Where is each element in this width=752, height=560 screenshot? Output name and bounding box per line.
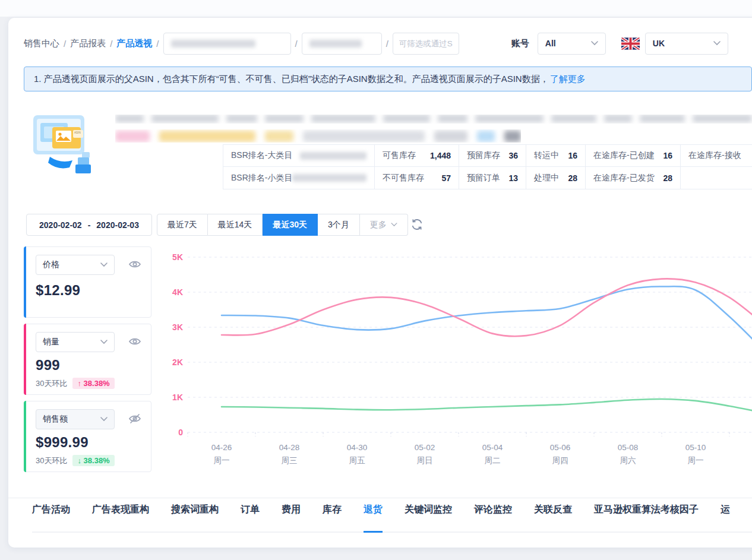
series-line-2	[222, 279, 752, 336]
breadcrumb-item-product-reports[interactable]: 产品报表	[70, 38, 106, 49]
inventory-value: 28	[568, 173, 577, 183]
y-axis-label: 0	[178, 428, 183, 437]
inventory-row: BSR排名-大类目 可售库存 1,448预留库存 36转运中 16在途库存-已创…	[223, 145, 752, 167]
product-rating-redacted	[115, 129, 521, 143]
toggle-series-visibility-button[interactable]	[127, 336, 143, 349]
redacted-text	[309, 40, 362, 48]
inventory-label: 处理中	[534, 173, 559, 183]
redacted-text	[265, 115, 304, 122]
redacted-text	[551, 115, 596, 122]
asin-select[interactable]	[163, 33, 291, 55]
x-axis-weekday: 周六	[620, 456, 636, 465]
inventory-label: 在途库存-已发货	[593, 173, 655, 183]
redacted-text	[640, 115, 685, 122]
toggle-series-visibility-button[interactable]	[127, 258, 143, 271]
metric-select[interactable]: 销售额	[36, 409, 115, 429]
redacted-text	[693, 115, 752, 122]
tab-6[interactable]: 库存	[323, 504, 342, 533]
redacted-text	[438, 115, 467, 122]
metric-value: $999.99	[36, 434, 143, 451]
redacted-text	[226, 115, 257, 122]
range-button-3[interactable]: 最近30天	[263, 214, 318, 236]
chevron-down-icon	[391, 223, 397, 227]
learn-more-link[interactable]: 了解更多	[550, 74, 586, 85]
x-axis-weekday: 周一	[688, 456, 704, 465]
x-axis-date: 05-04	[482, 443, 503, 452]
x-axis-weekday: 周五	[349, 456, 366, 465]
y-axis-label: 5K	[172, 252, 183, 262]
toggle-series-visibility-button[interactable]	[127, 413, 143, 426]
notice-banner: 1. 产品透视页面展示的父ASIN，包含其下所有“可售、不可售、已归档”状态的子…	[24, 67, 752, 91]
x-axis-date: 04-26	[211, 443, 232, 452]
tab-7[interactable]: 退货	[364, 504, 383, 533]
tab-5[interactable]: 费用	[282, 504, 301, 533]
x-axis-weekday: 周一	[214, 456, 230, 465]
tab-4[interactable]: 订单	[241, 504, 260, 533]
range-button-label: 更多	[370, 220, 387, 230]
metric-cards: 价格 $12.99 销量 999 30天环比 ↑ 38.38% 销售额 $999…	[24, 246, 151, 472]
account-select[interactable]: All	[538, 33, 606, 55]
tab-11[interactable]: 亚马逊权重算法考核因子	[594, 504, 699, 533]
product-illustration: ASIN	[26, 107, 101, 182]
x-axis-weekday: 周三	[282, 456, 298, 465]
chevron-down-icon	[713, 41, 721, 46]
tab-2[interactable]: 广告表现重构	[92, 504, 149, 533]
inventory-cell: 可售库存 1,448	[375, 145, 459, 166]
inventory-cell: 处理中 28	[526, 167, 586, 189]
bsr-cell: BSR排名-小类目	[223, 167, 375, 189]
x-axis-weekday: 周四	[552, 456, 568, 465]
main-card: 销售中心 / 产品报表 / 产品透视 / / / 账号 All	[8, 18, 752, 548]
tab-1[interactable]: 广告活动	[32, 504, 70, 533]
refresh-icon	[410, 218, 424, 231]
metric-compare: 30天环比 ↑ 38.38%	[36, 378, 143, 389]
breadcrumb-separator: /	[64, 39, 66, 49]
account-select-value: All	[545, 39, 556, 48]
range-button-4[interactable]: 3个月	[318, 214, 360, 236]
tab-9[interactable]: 评论监控	[474, 504, 512, 533]
eye-off-icon	[128, 413, 141, 424]
inventory-value: 1,448	[430, 151, 451, 160]
tab-10[interactable]: 关联反查	[534, 504, 572, 533]
refresh-button[interactable]	[410, 218, 424, 232]
x-axis-date: 04-30	[347, 443, 368, 452]
inventory-table: BSR排名-大类目 可售库存 1,448预留库存 36转运中 16在途库存-已创…	[223, 144, 752, 189]
compare-label: 30天环比	[36, 378, 67, 389]
breadcrumb-separator: /	[156, 39, 159, 49]
sku-filter-input[interactable]	[393, 33, 459, 55]
chevron-down-icon	[100, 262, 108, 267]
x-axis-weekday: 周日	[417, 456, 433, 465]
child-asin-select[interactable]	[302, 33, 382, 55]
metric-select[interactable]: 价格	[36, 255, 115, 275]
redacted-text	[292, 174, 366, 182]
redacted-chip	[477, 131, 495, 142]
range-button-label: 3个月	[328, 220, 349, 230]
tab-3[interactable]: 搜索词重构	[171, 504, 219, 533]
breadcrumb-item-sales-center[interactable]: 销售中心	[24, 38, 59, 49]
range-button-1[interactable]: 最近7天	[157, 214, 208, 236]
inventory-cell: 在途库存-已发货 28	[586, 167, 681, 189]
inventory-label: 在途库存-接收	[688, 150, 741, 161]
tab-8[interactable]: 关键词监控	[405, 504, 452, 533]
date-range-separator: -	[88, 220, 91, 230]
range-button-2[interactable]: 最近14天	[208, 214, 263, 236]
y-axis-label: 2K	[172, 357, 183, 367]
date-range-picker[interactable]: 2020-02-02 - 2020-02-03	[26, 214, 152, 236]
redacted-chip	[504, 131, 521, 142]
compare-badge: ↑ 38.38%	[72, 378, 114, 389]
metric-select[interactable]: 销量	[36, 332, 115, 352]
eye-icon	[128, 260, 141, 269]
metric-select-value: 价格	[43, 260, 59, 270]
inventory-label: 预留库存	[467, 150, 500, 161]
breadcrumb-separator: /	[110, 39, 112, 49]
chevron-down-icon	[591, 41, 598, 46]
y-axis-label: 1K	[172, 393, 183, 402]
redacted-text	[115, 115, 144, 122]
compare-label: 30天环比	[36, 455, 67, 466]
redacted-text	[604, 115, 632, 122]
range-button-5[interactable]: 更多	[360, 214, 408, 236]
trend-chart: 01K2K3K4K5K04-26周一04-28周三04-30周五05-02周日0…	[166, 249, 752, 475]
inventory-value: 16	[568, 151, 577, 160]
compare-badge: ↓ 38.38%	[72, 455, 114, 466]
marketplace-select[interactable]: UK	[645, 33, 728, 55]
tab-12[interactable]: 运	[721, 504, 730, 533]
